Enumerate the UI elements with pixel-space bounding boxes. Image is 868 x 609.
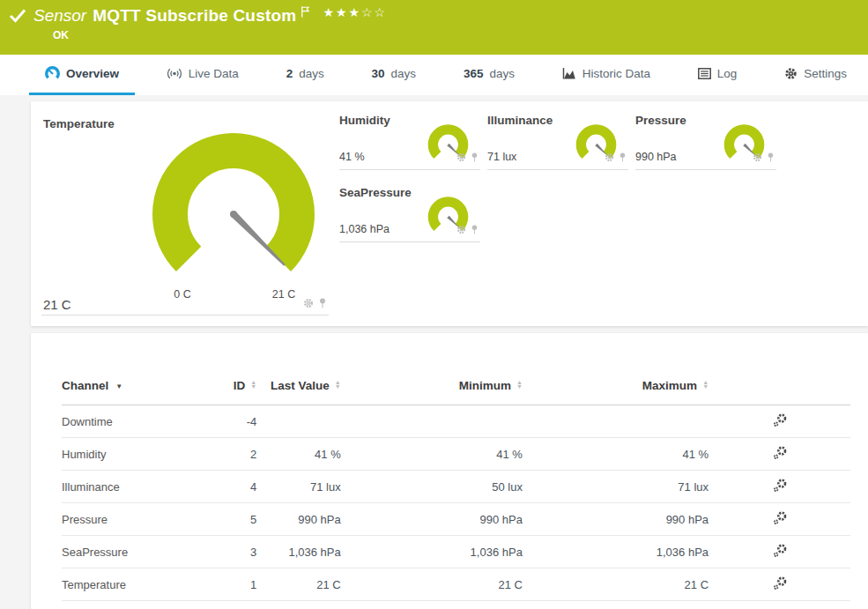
table-row-temperature[interactable]: Temperature 1 21 C 21 C 21 C <box>62 568 850 601</box>
gauge-value: 41 % <box>339 151 365 163</box>
channel-name[interactable]: Illuminance <box>62 471 190 503</box>
channel-maximum: 41 % <box>523 438 708 471</box>
channel-settings-icon[interactable] <box>773 479 787 493</box>
channel-name[interactable]: Temperature <box>62 568 190 601</box>
tab-historic-data[interactable]: Historic Data <box>546 55 666 95</box>
channel-gear-icon[interactable] <box>605 150 614 166</box>
tab-bar: Overview Live Data 2days 30days 365days … <box>0 55 868 95</box>
gauge-icon <box>45 66 60 81</box>
channel-id: 5 <box>190 503 256 536</box>
col-header-minimum[interactable]: Minimum▲▼ <box>341 370 523 405</box>
channel-last-value: 1,036 hPa <box>256 536 341 568</box>
object-kind-label: Sensor <box>33 6 86 26</box>
gauge-title: Pressure <box>635 114 686 127</box>
live-data-icon <box>167 67 182 80</box>
channel-id: -4 <box>190 405 256 438</box>
tab-30-days[interactable]: 30days <box>356 55 433 95</box>
channel-last-value: 990 hPa <box>256 503 341 536</box>
channel-settings-icon[interactable] <box>773 413 787 427</box>
small-gauge-grid: Humidity 41 % Illuminance 71 lux <box>339 112 776 242</box>
gauge-title: Illuminance <box>487 114 553 127</box>
tab-live-data[interactable]: Live Data <box>151 55 255 95</box>
channel-maximum: 990 hPa <box>523 503 708 536</box>
channel-minimum: 990 hPa <box>341 503 523 536</box>
gauge-cell-illuminance[interactable]: Illuminance 71 lux <box>487 112 628 170</box>
table-row-illuminance[interactable]: Illuminance 4 71 lux 50 lux 71 lux <box>62 471 850 503</box>
table-row-humidity[interactable]: Humidity 2 41 % 41 % 41 % <box>62 438 850 471</box>
table-row-seapressure[interactable]: SeaPressure 3 1,036 hPa 1,036 hPa 1,036 … <box>62 536 850 568</box>
channel-gear-icon[interactable] <box>456 150 466 166</box>
channel-table: Channel▼ ID▲▼ Last Value▲▼ Minimum▲▼ Max… <box>62 370 850 601</box>
channel-maximum: 1,036 hPa <box>523 536 708 568</box>
channel-minimum <box>341 405 523 438</box>
channel-name[interactable]: Downtime <box>62 405 190 438</box>
channel-minimum: 1,036 hPa <box>341 536 523 568</box>
channel-id: 4 <box>190 471 256 503</box>
temperature-gauge <box>145 126 322 302</box>
channel-id: 1 <box>190 568 256 601</box>
col-header-channel[interactable]: Channel▼ <box>62 370 190 405</box>
channel-name[interactable]: SeaPressure <box>62 536 190 568</box>
channel-gear-icon[interactable] <box>303 296 314 312</box>
channel-name[interactable]: Humidity <box>62 438 190 471</box>
gauge-value: 1,036 hPa <box>339 223 389 235</box>
gauge-title: Temperature <box>43 117 115 130</box>
channel-name[interactable]: Pressure <box>62 503 190 536</box>
gauge-cell-humidity[interactable]: Humidity 41 % <box>339 112 480 170</box>
pin-icon[interactable] <box>619 150 627 166</box>
sorted-desc-icon: ▼ <box>115 382 122 390</box>
sort-icon: ▲▼ <box>702 380 708 389</box>
col-header-maximum[interactable]: Maximum▲▼ <box>523 370 708 405</box>
channel-gear-icon[interactable] <box>456 222 466 238</box>
gauge-title: SeaPressure <box>339 186 412 199</box>
table-row-downtime[interactable]: Downtime -4 <box>62 405 850 438</box>
channel-settings-icon[interactable] <box>773 446 787 460</box>
gauge-value: 71 lux <box>487 151 516 163</box>
flag-icon[interactable] <box>300 6 310 18</box>
channel-minimum: 21 C <box>341 568 523 601</box>
sort-icon: ▲▼ <box>250 380 256 389</box>
tab-365-days[interactable]: 365days <box>448 55 530 95</box>
sort-icon: ▲▼ <box>516 380 523 389</box>
pin-icon[interactable] <box>471 150 479 166</box>
sensor-header: Sensor MQTT Subscribe Custom ★★★☆☆ OK <box>0 0 868 55</box>
status-badge: OK <box>53 29 69 41</box>
status-ok-check-icon <box>9 8 26 24</box>
channel-settings-icon[interactable] <box>773 544 787 558</box>
gauge-scale-max: 21 C <box>258 288 309 301</box>
channel-last-value: 71 lux <box>256 471 341 503</box>
tab-settings[interactable]: Settings <box>768 55 863 95</box>
tab-overview[interactable]: Overview <box>29 55 135 95</box>
log-icon <box>698 68 711 79</box>
pin-icon[interactable] <box>767 150 775 166</box>
channel-table-panel: Channel▼ ID▲▼ Last Value▲▼ Minimum▲▼ Max… <box>31 333 868 609</box>
channel-maximum: 21 C <box>523 568 708 601</box>
channel-last-value: 21 C <box>256 568 341 601</box>
priority-stars[interactable]: ★★★☆☆ <box>323 5 387 19</box>
tab-log[interactable]: Log <box>682 55 753 95</box>
channel-id: 2 <box>190 438 256 471</box>
pin-icon[interactable] <box>318 296 327 312</box>
gauge-scale-min: 0 C <box>157 288 208 301</box>
channel-settings-icon[interactable] <box>773 511 787 525</box>
gauge-title: Humidity <box>339 114 390 127</box>
channel-minimum: 41 % <box>341 438 523 471</box>
pin-icon[interactable] <box>471 222 479 238</box>
prtg-sensor-page: Sensor MQTT Subscribe Custom ★★★☆☆ OK Ov… <box>0 0 868 609</box>
col-header-last-value[interactable]: Last Value▲▼ <box>256 370 341 405</box>
table-row-pressure[interactable]: Pressure 5 990 hPa 990 hPa 990 hPa <box>62 503 850 536</box>
col-header-id[interactable]: ID▲▼ <box>190 370 256 405</box>
channel-last-value <box>256 405 341 438</box>
gauge-cell-temperature[interactable]: Temperature 0 C 21 C 21 C <box>41 110 329 316</box>
gauge-cell-seapressure[interactable]: SeaPressure 1,036 hPa <box>339 184 480 242</box>
col-header-actions <box>708 370 850 405</box>
channel-id: 3 <box>190 536 256 568</box>
sort-icon: ▲▼ <box>335 380 341 389</box>
gauge-cell-pressure[interactable]: Pressure 990 hPa <box>635 112 776 170</box>
channel-settings-icon[interactable] <box>773 576 787 590</box>
channel-gear-icon[interactable] <box>753 150 762 166</box>
tab-2-days[interactable]: 2days <box>271 55 340 95</box>
settings-gear-icon <box>784 67 798 80</box>
channel-minimum: 50 lux <box>341 471 523 503</box>
sensor-title: MQTT Subscribe Custom <box>93 6 296 26</box>
